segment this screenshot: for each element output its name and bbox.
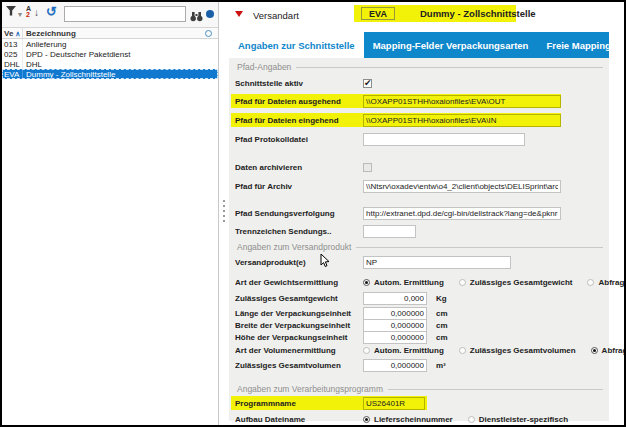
- pfad-ausgehend-input[interactable]: [363, 95, 561, 108]
- unit-m3: m³: [436, 361, 446, 370]
- radio-aufbau-lieferscheinnummer[interactable]: Lieferscheinnummer: [363, 415, 453, 424]
- refresh-icon[interactable]: ↺: [46, 4, 57, 19]
- sort-icon[interactable]: A2↓: [26, 5, 42, 21]
- unit-kg: Kg: [436, 294, 447, 303]
- schnittstelle-aktiv-checkbox[interactable]: [363, 79, 372, 88]
- record-highlight: EVA Dummy - Zollschnittstelle: [354, 5, 516, 22]
- tab-angaben-zur-schnittstelle[interactable]: Angaben zur Schnittstelle: [229, 32, 364, 58]
- row-pfad-protokoll: Pfad Protokolldatei: [235, 132, 525, 146]
- record-code-field[interactable]: EVA: [361, 7, 395, 20]
- radio-gewicht-autom[interactable]: Autom. Ermittlung: [363, 278, 444, 287]
- row-volumenermittlung: Art der Volumenermittlung Autom. Ermittl…: [235, 343, 626, 357]
- shipping-type-list-panel: ▾ A2↓ ↺ Ve∧ Bezeichnung 013 Anlieferung …: [2, 2, 219, 425]
- tab-bar: Angaben zur Schnittstelle Mapping-Felder…: [229, 32, 609, 58]
- radio-gewicht-gesamtgewicht[interactable]: Zulässiges Gesamtgewicht: [459, 278, 573, 287]
- gesamtgewicht-input[interactable]: [363, 292, 427, 305]
- radio-volumen-abfragefenster[interactable]: Abfragefenster: [591, 346, 626, 355]
- list-column-headers[interactable]: Ve∧ Bezeichnung: [2, 27, 218, 39]
- tab-freie-mapping-felder[interactable]: Freie Mapping-Felder: [537, 32, 626, 58]
- detail-panel: Versandart EVA Dummy - Zollschnittstelle…: [229, 2, 618, 425]
- pfad-archiv-input[interactable]: [363, 180, 561, 193]
- splitter-grip[interactable]: [223, 200, 225, 222]
- mouse-cursor: [320, 254, 330, 272]
- radio-volumen-autom[interactable]: Autom. Ermittlung: [363, 346, 444, 355]
- row-schnittstelle-aktiv: Schnittstelle aktiv: [235, 76, 372, 90]
- tab-mapping-felder-verpackungsarten[interactable]: Mapping-Felder Verpackungsarten: [364, 32, 538, 58]
- pfad-eingehend-input[interactable]: [363, 114, 561, 127]
- sort-asc-icon: ∧: [15, 30, 20, 37]
- column-header-name[interactable]: Bezeichnung: [23, 29, 218, 38]
- find-binoculars-icon[interactable]: [190, 8, 203, 26]
- trennzeichen-input[interactable]: [363, 225, 416, 238]
- table-row[interactable]: 013 Anlieferung: [2, 39, 218, 49]
- pfad-protokolldatei-input[interactable]: [363, 133, 525, 146]
- row-pfad-ausgehend: Pfad für Dateien ausgehend: [231, 94, 561, 108]
- radio-volumen-gesamtvolumen[interactable]: Zulässiges Gesamtvolumen: [459, 346, 576, 355]
- column-header-code[interactable]: Ve∧: [2, 29, 22, 38]
- table-row[interactable]: 025 DPD - Deutscher Paketdienst: [2, 49, 218, 59]
- record-dropdown-icon[interactable]: [235, 11, 243, 17]
- row-trennzeichen: Trennzeichen Sendungs..: [235, 224, 416, 238]
- unit-cm: cm: [436, 333, 448, 342]
- app-window: ▾ A2↓ ↺ Ve∧ Bezeichnung 013 Anlieferung …: [0, 0, 626, 427]
- unit-cm: cm: [436, 309, 448, 318]
- table-row[interactable]: EVA Dummy - Zollschnittstelle: [2, 69, 218, 79]
- unit-cm: cm: [436, 321, 448, 330]
- radio-gewicht-abfragefenster[interactable]: Abfragefenster: [587, 278, 626, 287]
- record-header: Versandart EVA Dummy - Zollschnittstelle: [229, 2, 618, 32]
- status-dot-icon: [206, 10, 214, 18]
- row-hoehe: Höhe der Verpackungseinheit cm: [235, 330, 448, 344]
- table-row[interactable]: DHL DHL: [2, 59, 218, 69]
- row-daten-archivieren: Daten archivieren: [235, 160, 372, 174]
- row-gesamtgewicht: Zulässiges Gesamtgewicht Kg: [235, 291, 447, 305]
- settings-form: Pfad-Angaben Schnittstelle aktiv Pfad fü…: [229, 58, 609, 421]
- hoehe-input[interactable]: [363, 331, 427, 344]
- daten-archivieren-checkbox[interactable]: [363, 163, 372, 172]
- record-name: Dummy - Zollschnittstelle: [420, 8, 536, 19]
- section-verarbeitungsprogramm: Angaben zum Verarbeitungsprogramm: [237, 384, 603, 394]
- radio-aufbau-dienstleister[interactable]: Dienstleister-spezifisch: [468, 415, 568, 424]
- filter-dropdown-icon[interactable]: ▾: [18, 10, 22, 19]
- programmname-input[interactable]: [363, 397, 425, 410]
- pfad-sendungsverfolgung-input[interactable]: [363, 207, 561, 220]
- row-pfad-eingehend: Pfad für Dateien eingehend: [231, 113, 561, 127]
- filter-icon[interactable]: ▾: [6, 6, 22, 19]
- column-settings-icon[interactable]: [205, 30, 212, 37]
- record-type-label: Versandart: [253, 10, 299, 21]
- row-aufbau-dateiname: Aufbau Dateiname Lieferscheinnummer Dien…: [235, 412, 568, 426]
- search-input[interactable]: [64, 6, 186, 22]
- row-pfad-archiv: Pfad für Archiv: [235, 179, 561, 193]
- row-programmname: Programmname: [231, 396, 427, 410]
- panel-splitter[interactable]: [220, 2, 229, 425]
- list-toolbar: ▾ A2↓ ↺: [2, 2, 218, 27]
- row-gewichtsermittlung: Art der Gewichtsermittlung Autom. Ermitt…: [235, 275, 626, 289]
- section-pfad-angaben: Pfad-Angaben: [237, 62, 603, 72]
- versandprodukt-input[interactable]: [363, 256, 511, 269]
- row-pfad-sendungsverfolgung: Pfad Sendungsverfolgung: [235, 206, 561, 220]
- gesamtvolumen-input[interactable]: [363, 359, 427, 372]
- section-versandprodukt: Angaben zum Versandprodukt: [237, 242, 603, 252]
- row-gesamtvolumen: Zulässiges Gesamtvolumen m³: [235, 358, 446, 372]
- row-versandprodukt: Versandprodukt(e): [235, 255, 511, 269]
